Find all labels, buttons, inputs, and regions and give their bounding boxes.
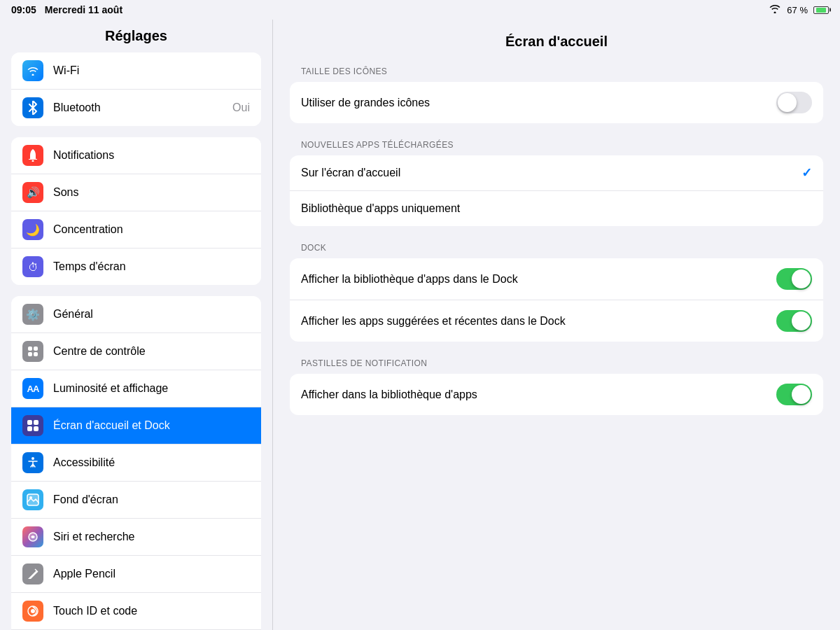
status-right: 67 % (769, 4, 829, 15)
setting-show-suggested-dock[interactable]: Afficher les apps suggérées et récentes … (290, 300, 823, 342)
general-icon: ⚙️ (22, 304, 43, 325)
section-icon-size-header: TAILLE DES ICÔNES (290, 66, 823, 76)
control-label: Centre de contrôle (53, 345, 250, 358)
large-icons-label: Utiliser de grandes icônes (301, 97, 776, 109)
battery-percent: 67 % (787, 5, 808, 15)
sidebar-item-touchid[interactable]: Touch ID et code (11, 593, 261, 630)
section-dock-body: Afficher la bibliothèque d'apps dans le … (290, 258, 823, 342)
status-left: 09:05 Mercredi 11 août (11, 4, 122, 15)
section-dock: DOCK Afficher la bibliothèque d'apps dan… (290, 243, 823, 342)
setting-show-in-library[interactable]: Afficher dans la bibliothèque d'apps (290, 374, 823, 415)
pencil-icon (22, 564, 43, 584)
wifi-label: Wi-Fi (53, 64, 250, 77)
sidebar-item-general[interactable]: ⚙️ Général (11, 296, 261, 333)
bluetooth-label: Bluetooth (53, 102, 232, 114)
sidebar-item-wallpaper[interactable]: Fond d'écran (11, 482, 261, 519)
pencil-label: Apple Pencil (53, 568, 250, 580)
section-icon-size-body: Utiliser de grandes icônes (290, 82, 823, 123)
bluetooth-value: Oui (232, 102, 250, 114)
sidebar-item-homescreen[interactable]: Écran d'accueil et Dock (11, 407, 261, 444)
right-content: Écran d'accueil TAILLE DES ICÔNES Utilis… (273, 20, 840, 630)
wallpaper-label: Fond d'écran (53, 493, 250, 506)
notifications-icon (22, 145, 43, 166)
sidebar-item-concentration[interactable]: 🌙 Concentration (11, 211, 261, 248)
show-in-library-label: Afficher dans la bibliothèque d'apps (301, 388, 776, 401)
wifi-status-icon (769, 4, 781, 15)
svg-rect-5 (27, 420, 32, 425)
svg-rect-4 (34, 352, 38, 356)
setting-large-icons[interactable]: Utiliser de grandes icônes (290, 82, 823, 123)
screentime-label: Temps d'écran (53, 260, 250, 273)
siri-icon (22, 526, 43, 547)
show-library-dock-label: Afficher la bibliothèque d'apps dans le … (301, 273, 776, 286)
right-panel-title: Écran d'accueil (290, 34, 823, 50)
sounds-label: Sons (53, 186, 250, 199)
sidebar-item-sounds[interactable]: 🔊 Sons (11, 174, 261, 211)
home-screen-label: Sur l'écran d'accueil (301, 167, 802, 179)
wallpaper-icon (22, 489, 43, 510)
sidebar-item-pencil[interactable]: Apple Pencil (11, 556, 261, 593)
section-dock-header: DOCK (290, 243, 823, 253)
display-label: Luminosité et affichage (53, 382, 250, 395)
sidebar-title: Réglages (0, 20, 272, 52)
bluetooth-icon (22, 97, 43, 118)
home-screen-checkmark: ✓ (802, 165, 812, 181)
section-notification-badges-header: PASTILLES DE NOTIFICATION (290, 358, 823, 368)
accessibility-label: Accessibilité (53, 456, 250, 469)
sounds-icon: 🔊 (22, 182, 43, 203)
sidebar-item-accessibility[interactable]: Accessibilité (11, 444, 261, 482)
svg-rect-8 (34, 426, 38, 431)
control-icon (22, 341, 43, 362)
display-icon: AA (22, 378, 43, 399)
svg-rect-6 (34, 420, 38, 425)
sidebar-item-wifi[interactable]: Wi-Fi (11, 52, 261, 90)
time-display: 09:05 (11, 4, 36, 15)
sidebar-item-notifications[interactable]: Notifications (11, 137, 261, 174)
svg-point-0 (32, 160, 34, 162)
section-notification-badges: PASTILLES DE NOTIFICATION Afficher dans … (290, 358, 823, 415)
sidebar-item-screentime[interactable]: ⏱ Temps d'écran (11, 248, 261, 285)
main-container: Réglages Wi-Fi Bluet (0, 20, 840, 630)
setting-show-library-dock[interactable]: Afficher la bibliothèque d'apps dans le … (290, 258, 823, 300)
sidebar-item-display[interactable]: AA Luminosité et affichage (11, 370, 261, 407)
concentration-icon: 🌙 (22, 219, 43, 240)
show-library-dock-toggle[interactable] (776, 268, 812, 290)
large-icons-toggle[interactable] (776, 92, 812, 113)
svg-rect-7 (27, 426, 32, 431)
wifi-icon (22, 60, 43, 81)
sidebar-item-siri[interactable]: Siri et recherche (11, 519, 261, 556)
svg-rect-1 (28, 346, 32, 351)
general-label: Général (53, 308, 250, 321)
svg-rect-3 (28, 352, 32, 356)
siri-label: Siri et recherche (53, 531, 250, 543)
section-new-apps-header: NOUVELLES APPS TÉLÉCHARGÉES (290, 140, 823, 150)
touchid-label: Touch ID et code (53, 605, 250, 617)
svg-point-9 (31, 457, 34, 460)
app-library-label: Bibliothèque d'apps uniquement (301, 202, 812, 215)
status-bar: 09:05 Mercredi 11 août 67 % (0, 0, 840, 20)
sidebar-group-alerts: Notifications 🔊 Sons 🌙 Concentration ⏱ T… (11, 137, 261, 285)
battery-icon (813, 6, 829, 14)
screentime-icon: ⏱ (22, 256, 43, 277)
section-notification-badges-body: Afficher dans la bibliothèque d'apps (290, 374, 823, 415)
toggle-knob-4 (792, 385, 811, 404)
touchid-icon (22, 601, 43, 622)
toggle-knob (778, 93, 797, 112)
sidebar: Réglages Wi-Fi Bluet (0, 20, 273, 630)
sidebar-item-bluetooth[interactable]: Bluetooth Oui (11, 90, 261, 126)
sidebar-item-control[interactable]: Centre de contrôle (11, 333, 261, 370)
setting-home-screen[interactable]: Sur l'écran d'accueil ✓ (290, 155, 823, 191)
date-display: Mercredi 11 août (45, 4, 122, 15)
svg-rect-2 (34, 346, 38, 351)
show-suggested-dock-toggle[interactable] (776, 310, 812, 332)
toggle-knob-2 (792, 270, 811, 288)
concentration-label: Concentration (53, 223, 250, 236)
toggle-knob-3 (792, 312, 811, 330)
notifications-label: Notifications (53, 149, 250, 162)
homescreen-icon (22, 415, 43, 436)
setting-app-library[interactable]: Bibliothèque d'apps uniquement (290, 191, 823, 226)
show-in-library-toggle[interactable] (776, 384, 812, 405)
sidebar-group-system: ⚙️ Général Centre de contrôle AA Luminos… (11, 296, 261, 630)
section-icon-size: TAILLE DES ICÔNES Utiliser de grandes ic… (290, 66, 823, 123)
accessibility-icon (22, 452, 43, 473)
